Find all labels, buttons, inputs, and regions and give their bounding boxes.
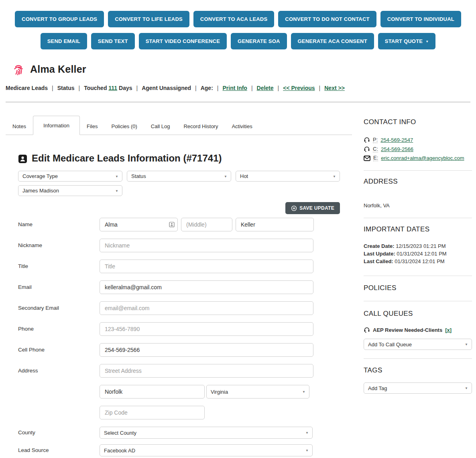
tab-information[interactable]: Information [33,116,80,135]
email-prefix-label: E: [373,155,378,161]
important-dates-heading: IMPORTANT DATES [364,225,472,233]
lead-edit-form: Name [18,218,353,456]
sidebar-divider [364,301,472,301]
generate-soa-button[interactable]: GENERATE SOA [231,33,287,49]
lead-source-row: Lead Source Facebook AD ▼ [18,444,353,456]
next-record-link[interactable]: Next >> [324,85,345,91]
title-input[interactable] [100,260,313,273]
coverage-type-value: Coverage Type [22,173,58,179]
caret-down-icon: ▼ [115,189,118,192]
caret-down-icon: ▼ [305,431,309,435]
state-select[interactable]: Virginia ▼ [206,385,309,399]
caret-down-icon: ▼ [224,174,227,178]
save-update-button[interactable]: SAVE UPDATE [285,202,340,214]
edit-section-title: Edit Medicare Leads Information (#71741) [18,153,353,164]
temperature-select[interactable]: Hot ▼ [236,171,340,182]
send-email-button[interactable]: SEND EMAIL [41,33,87,49]
tab-bar: Notes Information Files Policies (0) Cal… [6,116,352,135]
create-date-row: Create Date: 12/15/2023 01:21 PM [364,242,472,250]
separator: | [278,85,279,91]
start-quote-button[interactable]: START QUOTE ▼ [378,33,436,49]
status-select[interactable]: Status ▼ [127,171,231,182]
contact-cell-row: C: 254-569-2566 [364,146,472,152]
record-type-label: Medicare Leads [6,85,48,91]
convert-to-individual-button[interactable]: CONVERT TO INDIVIDUAL [380,11,461,27]
sidebar-divider [364,170,472,171]
coverage-type-select[interactable]: Coverage Type ▼ [18,171,122,182]
first-name-input[interactable] [100,218,178,231]
temperature-value: Hot [240,173,248,179]
street-address-input[interactable] [100,364,313,378]
add-tag-select[interactable]: Add Tag ▼ [364,382,472,394]
caret-down-icon: ▼ [465,386,468,390]
address-row: Address Virginia ▼ [18,364,353,419]
cell-phone-input[interactable] [100,343,313,357]
phone-link[interactable]: 254-569-2547 [380,137,413,143]
delete-link[interactable]: Delete [257,85,274,91]
title-row: Title [18,260,353,273]
convert-to-do-not-contact-button[interactable]: CONVERT TO DO NOT CONTACT [278,11,376,27]
name-row: Name [18,218,353,231]
convert-to-aca-leads-button[interactable]: CONVERT TO ACA LEADS [193,11,274,27]
last-update-row: Last Update: 01/31/2024 12:01 PM [364,250,472,258]
page-title: Alma Keller [30,63,86,75]
email-row: Email [18,280,353,294]
send-text-button[interactable]: SEND TEXT [91,33,135,49]
caret-down-icon: ▼ [115,174,118,178]
caret-down-icon: ▼ [333,174,336,178]
separator: | [217,85,219,91]
secondary-email-input[interactable] [100,301,313,315]
phone-row: Phone [18,322,353,336]
secondary-email-label: Secondary Email [18,301,100,315]
add-to-call-queue-value: Add To Call Queue [368,341,412,348]
address-value: Norfolk, VA [364,202,472,209]
last-name-input[interactable] [236,218,314,231]
city-input[interactable] [100,385,205,399]
email-input[interactable] [100,280,313,294]
generate-aca-consent-button[interactable]: GENERATE ACA CONSENT [291,33,374,49]
caret-down-icon: ▼ [302,390,305,394]
lead-source-select[interactable]: Facebook AD ▼ [100,444,313,456]
phone-label: Phone [18,322,100,336]
address-label: Address [18,364,100,378]
cell-prefix-label: C: [373,146,378,152]
convert-actions-row: CONVERT TO GROUP LEADS CONVERT TO LIFE L… [15,11,461,27]
title-label: Title [18,260,100,273]
county-select[interactable]: Select County ▼ [100,427,313,439]
tab-policies[interactable]: Policies (0) [104,118,144,135]
phone-prefix-label: P: [373,137,378,143]
email-link[interactable]: eric.conrad+alma@agencybloc.com [381,155,464,161]
separator: | [251,85,253,91]
print-info-link[interactable]: Print Info [222,85,247,91]
start-video-conference-button[interactable]: START VIDEO CONFERENCE [139,33,227,49]
convert-to-life-leads-button[interactable]: CONVERT TO LIFE LEADS [108,11,189,27]
phone-input[interactable] [100,322,313,336]
tab-notes[interactable]: Notes [6,118,33,135]
start-quote-label: START QUOTE [385,38,423,44]
call-queue-name: AEP Review Needed-Clients [373,327,442,333]
agent-select[interactable]: James Madison ▼ [18,185,122,196]
state-value: Virginia [211,389,228,395]
tab-call-log[interactable]: Call Log [144,118,177,135]
remove-from-queue-link[interactable]: [x] [445,327,452,333]
tab-record-history[interactable]: Record History [177,118,225,135]
previous-record-link[interactable]: << Previous [283,85,315,91]
separator: | [136,85,138,91]
cell-link[interactable]: 254-569-2566 [381,146,413,152]
touched-days-link[interactable]: 111 [108,85,117,91]
headset-icon [364,327,370,333]
zip-code-input[interactable] [100,406,205,419]
caret-down-icon: ▼ [465,343,468,346]
envelope-icon [364,155,370,161]
caret-down-icon: ▼ [305,449,309,452]
last-called-row: Last Called: 01/31/2024 12:01 PM [364,258,472,265]
convert-to-group-leads-button[interactable]: CONVERT TO GROUP LEADS [15,11,104,27]
add-to-call-queue-select[interactable]: Add To Call Queue ▼ [364,339,472,350]
lead-selects-row: Coverage Type ▼ Status ▼ Hot ▼ [18,171,353,182]
nickname-input[interactable] [100,239,313,252]
separator: | [319,85,321,91]
tab-files[interactable]: Files [80,118,104,135]
tab-activities[interactable]: Activities [225,118,259,135]
middle-name-input[interactable] [181,218,232,231]
sidebar-divider [364,276,472,276]
